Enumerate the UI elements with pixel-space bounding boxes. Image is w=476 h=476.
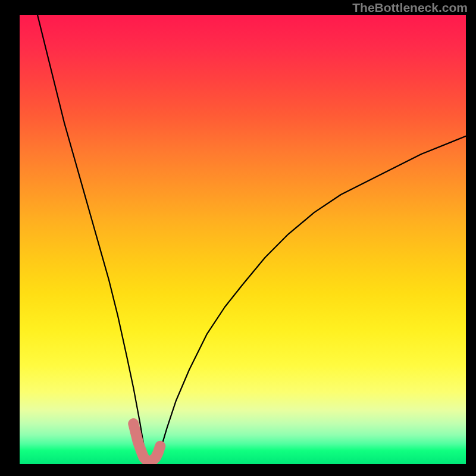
bottleneck-curve — [37, 15, 466, 462]
curve-bottom-highlight — [133, 424, 160, 462]
curve-layer — [20, 15, 466, 464]
plot-area — [20, 15, 466, 464]
attribution-text: TheBottleneck.com — [352, 1, 468, 15]
chart-frame: TheBottleneck.com — [0, 0, 476, 476]
